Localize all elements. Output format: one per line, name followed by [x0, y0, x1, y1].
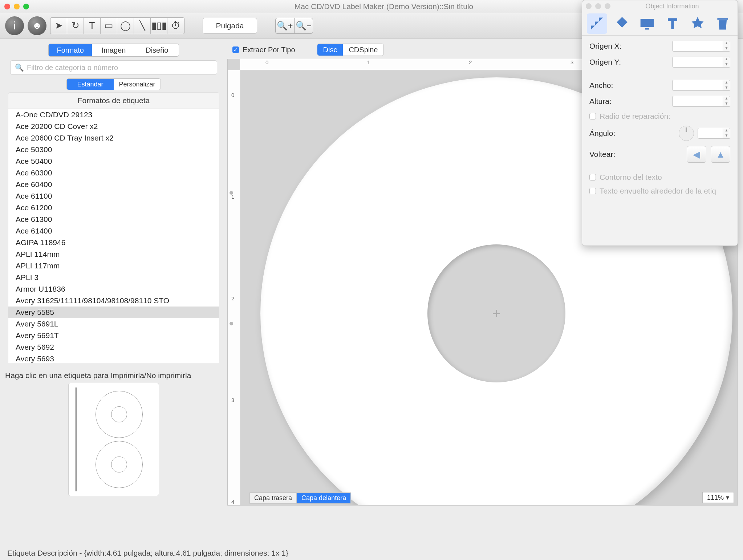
inspector-title: Object Information	[610, 3, 734, 10]
wrap-text-label: Texto envuelto alrededor de la etiq	[600, 187, 716, 195]
format-item[interactable]: Avery 5691L	[8, 318, 219, 330]
format-item[interactable]: Avery 5693	[8, 353, 219, 363]
format-item[interactable]: Avery 5692	[8, 341, 219, 353]
tab-estandar[interactable]: Estándar	[67, 79, 114, 90]
tab-disc[interactable]: Disc	[317, 44, 343, 56]
label-preview[interactable]	[68, 383, 159, 496]
tool-palette: ➤ ↻ T ▭ ◯ ╲ ▮▯▮ ⏱	[50, 17, 184, 34]
format-item[interactable]: Ace 20600 CD Tray Insert x2	[8, 132, 219, 144]
format-item[interactable]: Ace 20200 CD Cover x2	[8, 121, 219, 132]
stopwatch-tool-icon[interactable]: ⏱	[167, 18, 184, 34]
rect-tool-icon[interactable]: ▭	[101, 18, 117, 34]
format-item[interactable]: Avery 5691T	[8, 330, 219, 341]
mask-icon[interactable]: ☻	[28, 16, 46, 35]
origin-y-input[interactable]	[672, 57, 723, 68]
format-item[interactable]: Ace 50400	[8, 155, 219, 167]
width-stepper[interactable]: ▲▼	[723, 80, 730, 91]
inspector-tab-screen-icon[interactable]	[637, 13, 657, 34]
minimize-window-icon[interactable]	[14, 4, 20, 9]
angle-stepper[interactable]: ▲▼	[723, 128, 730, 139]
pointer-tool-icon[interactable]: ➤	[50, 18, 67, 34]
chevron-down-icon: ▾	[726, 494, 729, 502]
formats-list[interactable]: A-One CD/DVD 29123Ace 20200 CD Cover x2A…	[8, 109, 219, 363]
info-icon[interactable]: i	[5, 16, 24, 35]
sidebar-sub-tabs: Estándar Personalizar	[66, 78, 161, 90]
format-item[interactable]: A-One CD/DVD 29123	[8, 109, 219, 121]
format-item[interactable]: Ace 60300	[8, 167, 219, 179]
zoom-indicator[interactable]: 111% ▾	[702, 492, 734, 503]
format-item[interactable]: AGIPA 118946	[8, 237, 219, 248]
close-window-icon[interactable]	[4, 4, 10, 9]
format-item[interactable]: Ace 61100	[8, 190, 219, 202]
height-stepper[interactable]: ▲▼	[723, 96, 730, 107]
tab-diseno[interactable]: Diseño	[135, 44, 179, 56]
format-item[interactable]: APLI 117mm	[8, 260, 219, 272]
wrap-text-checkbox[interactable]	[589, 188, 596, 194]
format-item[interactable]: Ace 61200	[8, 202, 219, 214]
format-item[interactable]: Ace 61300	[8, 214, 219, 225]
format-item[interactable]: Ace 60400	[8, 179, 219, 190]
angle-input[interactable]	[698, 128, 723, 139]
repair-radius-checkbox[interactable]	[589, 113, 596, 119]
formats-title: Formatos de etiqueta	[8, 93, 219, 109]
layer-tabs: Capa trasera Capa delantera	[249, 492, 351, 504]
line-tool-icon[interactable]: ╲	[134, 18, 151, 34]
format-search[interactable]: 🔍 Filtro de categoría o número	[10, 60, 217, 75]
width-input[interactable]	[672, 80, 723, 91]
disc-hole: +	[427, 244, 565, 382]
layer-front[interactable]: Capa delantera	[297, 492, 351, 504]
flip-horizontal-icon[interactable]: ◀	[687, 146, 706, 163]
format-item[interactable]: APLI 114mm	[8, 248, 219, 260]
extract-label: Extraer Por Tipo	[243, 46, 295, 54]
format-item[interactable]: APLI 3	[8, 272, 219, 283]
origin-x-label: Origen X:	[589, 42, 622, 50]
tab-imagen[interactable]: Imagen	[92, 44, 135, 56]
inspector-close-icon[interactable]	[586, 3, 592, 9]
inspector-tab-effects-icon[interactable]	[687, 13, 708, 34]
layer-back[interactable]: Capa trasera	[249, 492, 297, 504]
text-outline-checkbox[interactable]	[589, 174, 596, 180]
format-item[interactable]: Armor U11836	[8, 283, 219, 295]
barcode-tool-icon[interactable]: ▮▯▮	[151, 18, 167, 34]
text-tool-icon[interactable]: T	[84, 18, 101, 34]
repair-radius-label: Radio de reparación:	[600, 112, 730, 121]
inspector-tabs	[582, 12, 738, 35]
origin-x-stepper[interactable]: ▲▼	[723, 41, 730, 52]
tab-personalizar[interactable]: Personalizar	[114, 79, 161, 90]
format-item[interactable]: Ace 50300	[8, 144, 219, 155]
sidebar-main-tabs: Formato Imagen Diseño	[48, 44, 179, 57]
zoom-window-icon[interactable]	[23, 4, 29, 9]
tab-cdspine[interactable]: CDSpine	[343, 44, 383, 56]
ellipse-tool-icon[interactable]: ◯	[117, 18, 134, 34]
flip-vertical-icon[interactable]: ▲	[711, 146, 730, 163]
format-item[interactable]: Avery 31625/11111/98104/98108/98110 STO	[8, 295, 219, 307]
format-item[interactable]: Ace 61400	[8, 225, 219, 237]
height-label: Altura:	[589, 97, 612, 106]
inspector-zoom-icon[interactable]	[605, 3, 610, 9]
preview-disc-2-icon	[96, 441, 143, 488]
preview-hint: Haga clic en una etiqueta para Imprimirl…	[5, 363, 222, 383]
format-item[interactable]: Avery 5585	[8, 307, 219, 318]
angle-label: Ángulo:	[589, 129, 615, 138]
inspector-tab-text-icon[interactable]	[662, 13, 683, 34]
zoom-out-icon[interactable]: 🔍−	[294, 18, 313, 34]
collapse-dot-icon[interactable]	[230, 191, 233, 195]
status-text: Etiqueta Descripción - {width:4.61 pulga…	[7, 549, 288, 557]
origin-y-stepper[interactable]: ▲▼	[723, 57, 730, 68]
tab-formato[interactable]: Formato	[49, 44, 92, 56]
inspector-tab-trash-icon[interactable]	[712, 13, 733, 34]
unit-button[interactable]: Pulgada	[203, 18, 257, 34]
text-outline-label: Contorno del texto	[600, 173, 662, 182]
formats-panel: Formatos de etiqueta A-One CD/DVD 29123A…	[8, 92, 219, 363]
label-type-tabs: Disc CDSpine	[317, 44, 384, 56]
extract-checkbox[interactable]: ✓	[232, 46, 239, 53]
collapse-dot-2-icon[interactable]	[230, 322, 233, 325]
inspector-tab-geometry-icon[interactable]	[587, 13, 607, 34]
angle-dial[interactable]	[679, 126, 694, 141]
origin-x-input[interactable]	[672, 41, 723, 52]
inspector-tab-fill-icon[interactable]	[612, 13, 632, 34]
rotate-tool-icon[interactable]: ↻	[67, 18, 84, 34]
height-input[interactable]	[672, 96, 723, 107]
inspector-min-icon[interactable]	[595, 3, 601, 9]
zoom-in-icon[interactable]: 🔍+	[275, 18, 294, 34]
